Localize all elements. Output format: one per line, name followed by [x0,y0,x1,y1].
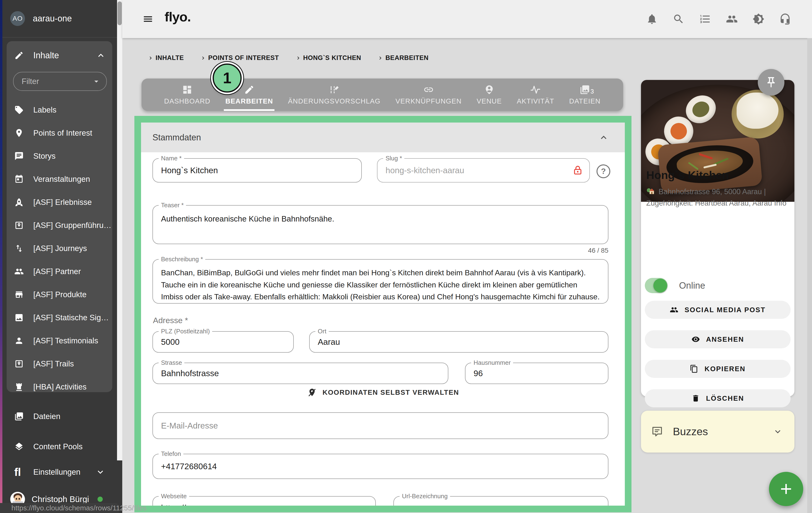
workspace-switcher[interactable]: AO aarau-one [2,8,122,29]
sidebar-item-points-of-interest[interactable]: Points of Interest [7,121,112,144]
house-icon [646,186,656,196]
group-icon [14,267,24,276]
tab-dashboard[interactable]: DASHBOARD [164,79,210,111]
search-icon[interactable] [673,13,685,25]
theme-toggle-icon[interactable] [753,13,764,25]
breadcrumb-inhalte[interactable]: INHALTE [147,54,184,62]
sidebar-item-asf-statische-signage[interactable]: [ASF] Statische Signage … [7,306,112,329]
sidebar-item-asf-partner[interactable]: [ASF] Partner [7,260,112,283]
buzzes-panel[interactable]: Buzzes [641,411,794,453]
sidebar-item-asf-testimonials[interactable]: [ASF] Testimonials [7,329,112,352]
tab-venue[interactable]: VENUE [476,79,502,111]
personpin-icon [484,84,494,95]
annotation-region-frame [135,116,632,512]
action-button-kopieren[interactable]: KOPIEREN [645,360,791,378]
numbered-list-icon[interactable] [699,13,711,25]
image-icon [14,313,24,322]
topbar: flyo. [122,0,812,38]
sidebar-item-dateien[interactable]: Dateien [7,401,112,431]
place-icon [14,128,24,138]
sidebar-nav: Labels Points of Interest Storys Veranst… [7,98,112,398]
status-url: https://flyo.cloud/schemas/rows/11255/fi… [11,504,146,512]
chat-icon [14,151,24,161]
workspace-name: aarau-one [33,13,72,24]
sidebar-group-inhalte: Inhalte Filter Labels Points of Interest [7,41,112,392]
notifications-bell-icon[interactable] [646,13,658,25]
breadcrumb-hong-s-kitchen[interactable]: HONG`S KITCHEN [295,54,361,62]
poi-photo[interactable] [641,80,794,202]
chevron-down-icon [95,467,106,477]
app-root: AO aarau-one Inhalte Filter Labels [0,0,812,513]
poi-actions: SOCIAL MEDIA POST ANSEHEN KOPIEREN LÖSCH… [645,289,791,407]
activity-icon [530,84,541,95]
media-icon [14,411,24,421]
tab-nderungsvorschlag[interactable]: ÄNDERUNGSVORSCHLAG [288,79,381,111]
pushpin-icon [765,76,777,88]
support-headset-icon[interactable] [779,13,791,25]
flyo-mark-icon: fl [14,466,29,479]
sidebar-item-veranstaltungen[interactable]: Veranstaltungen [7,168,112,191]
filter-select[interactable]: Filter [13,72,107,91]
sidebar-item-asf-erlebnisse[interactable]: [ASF] Erlebnisse [7,191,112,214]
sidebar-item-asf-gruppenf-hrungen[interactable]: [ASF] Gruppenführungen [7,214,112,237]
group-icon [670,306,678,314]
chevron-right-icon [295,55,301,61]
tab-badge: 3 [590,88,594,95]
chevron-up-icon[interactable] [96,50,106,61]
journeys-icon [14,244,24,253]
sidebar: AO aarau-one Inhalte Filter Labels [2,0,122,513]
sidebar-item-einstellungen[interactable]: fl Einstellungen [7,457,112,487]
poi-preview-card: Hong`s Kitchen Bahnhofstrasse 96, 5000 A… [641,80,794,396]
breadcrumb: INHALTE POINTS OF INTEREST HONG`S KITCHE… [147,54,429,62]
action-button-l-schen[interactable]: LÖSCHEN [645,389,791,407]
breadcrumb-bearbeiten[interactable]: BEARBEITEN [377,54,429,62]
chevron-right-icon [377,55,383,61]
poi-title: Hong`s Kitchen [646,168,729,181]
sidebar-scrollbar-thumb[interactable] [117,1,122,25]
poi-affiliation: Zugehörigkeit: Heartbeat Aarau, Aarau In… [646,199,789,207]
sidebar-item-asf-journeys[interactable]: [ASF] Journeys [7,237,112,260]
chevron-right-icon [200,55,206,61]
browser-status-bar: https://flyo.cloud/schemas/rows/11255/fi… [0,503,119,513]
sidebar-item-asf-trails[interactable]: [ASF] Trails [7,352,112,375]
sidebar-divider [2,37,117,37]
people-icon[interactable] [726,13,738,25]
plus-icon [778,480,795,497]
action-button-social-media-post[interactable]: SOCIAL MEDIA POST [645,301,791,319]
page-scrollbar[interactable] [807,38,812,513]
sidebar-item-asf-produkte[interactable]: [ASF] Produkte [7,283,112,306]
tab-dateien[interactable]: 3 DATEIEN [569,79,601,111]
poi-address: Bahnhofstrasse 96, 5000 Aarau | [646,186,789,198]
event-icon [14,174,24,184]
pencil-icon [244,84,255,95]
store-icon [14,290,24,299]
layers-icon [14,442,24,451]
sidebar-item-storys[interactable]: Storys [7,144,112,168]
link-icon [423,84,434,95]
breadcrumb-points-of-interest[interactable]: POINTS OF INTEREST [200,54,279,62]
workspace-avatar: AO [10,11,25,26]
copy-icon [690,365,698,373]
sidebar-scrollbar[interactable] [117,0,122,460]
sidebar-group-header[interactable]: Inhalte [7,48,112,63]
chevron-down-icon[interactable] [773,426,783,437]
eye-icon [691,335,700,344]
trash-icon [691,394,700,403]
tab-verkn-pfungen[interactable]: VERKNÜPFUNGEN [396,79,462,111]
menu-icon[interactable] [142,13,154,25]
chevron-right-icon [147,55,154,61]
pin-button[interactable] [758,69,784,96]
action-button-ansehen[interactable]: ANSEHEN [645,330,791,348]
add-button[interactable] [769,472,803,506]
sidebar-item-labels[interactable]: Labels [7,98,112,121]
mediafile-icon [580,84,590,95]
tag-icon [14,105,24,115]
annotation-marker-1: 1 [213,63,242,92]
editroad-icon [329,84,340,95]
tab-aktivit-t[interactable]: AKTIVITÄT [517,79,554,111]
user-name: Christoph Bürgi [32,494,97,504]
sidebar-bottom-nav: Dateien Content Pools [7,401,112,462]
person-icon [14,336,24,345]
sidebar-item-hba-activities[interactable]: [HBA] Activities [7,375,112,398]
buzzes-label: Buzzes [673,425,773,438]
